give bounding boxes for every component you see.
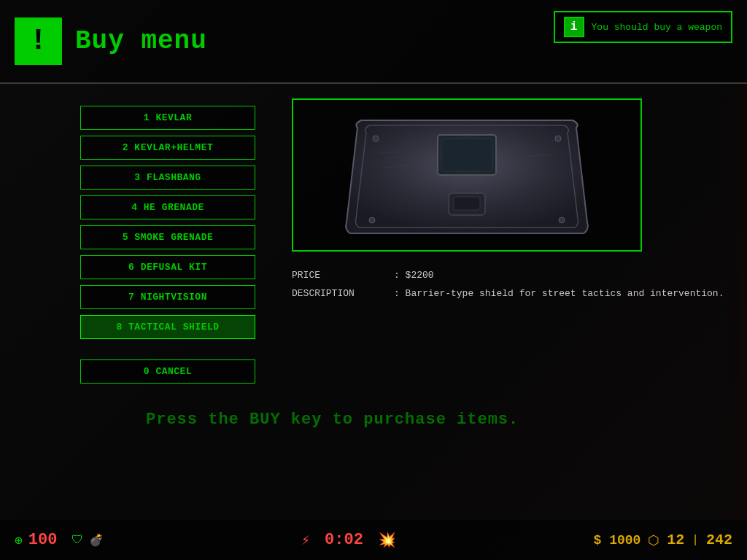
description-value: : Barrier-type shield for street tactics… <box>394 288 724 299</box>
item-info: PRICE : $2200 DESCRIPTION : Barrier-type… <box>292 266 725 310</box>
hud-timer: 0:02 <box>325 531 363 549</box>
menu-spacer <box>80 345 263 354</box>
hud-right: $ 1000 ⬡ 12 | 242 <box>594 532 732 548</box>
menu-item-8[interactable]: 8 TACTICAL SHIELD <box>80 315 255 339</box>
menu-item-cancel[interactable]: 0 CANCEL <box>80 359 255 384</box>
header-exclamation-icon: ! <box>15 18 62 65</box>
hud-bomb-icon-2: 💥 <box>378 531 396 549</box>
hud-health-icon: ⊕ <box>15 532 23 548</box>
notification-box: i You should buy a weapon <box>554 11 732 43</box>
hud-left: ⊕ 100 🛡 💣 <box>15 531 104 549</box>
hud-ammo-reserve: 242 <box>706 532 732 548</box>
menu-item-2[interactable]: 2 KEVLAR+HELMET <box>80 136 255 160</box>
hud-money: $ 1000 <box>594 533 641 548</box>
price-row: PRICE : $2200 <box>292 270 725 281</box>
svg-point-7 <box>373 136 379 141</box>
item-detail-panel: PRICE : $2200 DESCRIPTION : Barrier-type… <box>285 84 747 560</box>
menu-item-3[interactable]: 3 FLASHBANG <box>80 166 255 190</box>
hud-money-icon: ⬡ <box>648 532 659 548</box>
svg-point-8 <box>555 136 561 141</box>
menu-item-5[interactable]: 5 SMOKE GRENADE <box>80 225 255 249</box>
hud-grenade-icon: 💣 <box>89 533 104 548</box>
hud-ammo-main: 12 <box>667 532 684 548</box>
price-label: PRICE <box>292 270 394 281</box>
hud-armor-icon: 🛡 <box>71 533 83 547</box>
svg-point-9 <box>369 217 375 223</box>
hud-center: ⚡ 0:02 💥 <box>301 531 396 549</box>
svg-point-10 <box>559 217 565 223</box>
buy-panel: 1 KEVLAR 2 KEVLAR+HELMET 3 FLASHBANG 4 H… <box>0 84 747 560</box>
notification-icon: i <box>564 17 584 37</box>
hud-ammo-separator: | <box>692 534 699 547</box>
description-label: DESCRIPTION <box>292 288 394 299</box>
menu-item-1[interactable]: 1 KEVLAR <box>80 106 255 130</box>
hud-bottom: ⊕ 100 🛡 💣 ⚡ 0:02 💥 $ 1000 ⬡ 12 | 242 <box>0 520 747 560</box>
notification-text: You should buy a weapon <box>592 22 722 33</box>
hud-health: 100 <box>28 531 58 549</box>
price-value: : $2200 <box>394 270 434 281</box>
item-list: 1 KEVLAR 2 KEVLAR+HELMET 3 FLASHBANG 4 H… <box>0 84 285 560</box>
page-title: Buy menu <box>75 26 207 56</box>
menu-item-6[interactable]: 6 DEFUSAL KIT <box>80 255 255 279</box>
description-row: DESCRIPTION : Barrier-type shield for st… <box>292 288 725 299</box>
shield-svg <box>336 109 598 241</box>
menu-item-4[interactable]: 4 HE GRENADE <box>80 195 255 219</box>
svg-rect-6 <box>454 197 480 210</box>
hud-bomb-icon: ⚡ <box>301 531 310 549</box>
svg-rect-1 <box>441 139 492 171</box>
menu-item-7[interactable]: 7 NIGHTVISION <box>80 285 255 309</box>
item-image <box>292 98 642 252</box>
